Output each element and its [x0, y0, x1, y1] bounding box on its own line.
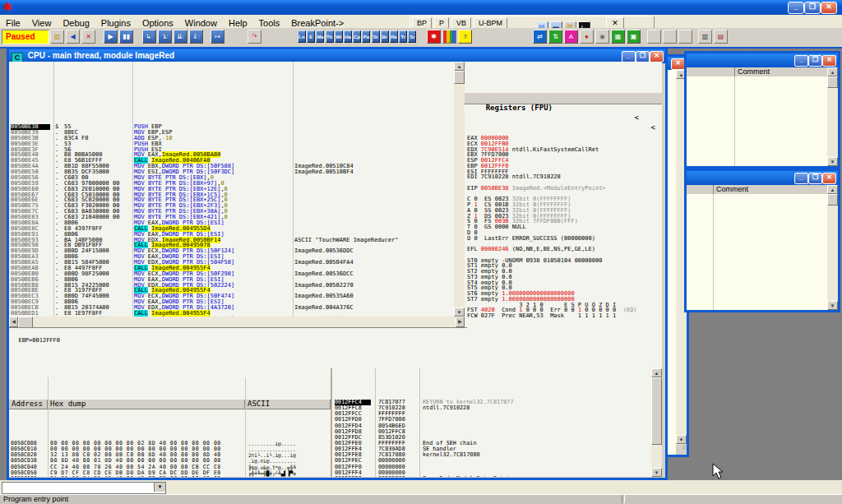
window-shortcut-wi[interactable]: Wi [335, 30, 343, 43]
trace-into-icon[interactable]: ⇊: [173, 30, 187, 44]
tile-view-icon[interactable]: ▤ [714, 30, 728, 44]
menu-item-debug[interactable]: Debug [57, 17, 95, 29]
register-line[interactable]: EFL 00000246 (NO,NB,E,BE,NS,PE,GE,LE) [465, 247, 662, 252]
comment-window-top[interactable]: _ ❐ ✕ Comment ▲ ▼ [684, 51, 840, 169]
window-shortcut-tr[interactable]: Tr [399, 30, 407, 43]
disasm-row[interactable]: 0050BE3E.53PUSH EBX [9, 141, 454, 147]
step-over-icon[interactable]: ↴: [158, 30, 172, 44]
column-header[interactable] [687, 67, 735, 76]
go-to-icon[interactable]: ↷ [248, 30, 261, 44]
execute-till-return-icon[interactable]: ↦ [210, 30, 224, 44]
disassembly-pane[interactable]: 0050BE38$55PUSH EBP0050BE39.8BECMOV EBP,… [9, 62, 454, 317]
menu-item-plugins[interactable]: Plugins [95, 17, 136, 29]
window-shortcut-me[interactable]: Me [316, 30, 324, 43]
scroll-down-icon[interactable]: ▼ [827, 301, 838, 310]
stack-pane[interactable]: 0012FFC47C817077RETURN to kernel32.7C817… [331, 368, 653, 477]
register-line[interactable]: EIP 0050BE38 ImageRed.<ModuleEntryPoint> [465, 186, 662, 192]
dump-header-ascii[interactable]: ASCII [245, 400, 331, 409]
hex-dump-pane[interactable]: Address Hex dump ASCII 0050C00000 00 00 … [9, 368, 331, 477]
pause-icon[interactable]: ▮▮ [119, 30, 133, 44]
list-area[interactable] [687, 194, 827, 310]
register-line[interactable]: T 0 GS 0000 NULL [465, 224, 662, 230]
close-program-icon[interactable]: ✕ [81, 30, 95, 44]
maximize-button[interactable]: ❐ [808, 55, 822, 67]
comment-window-bottom[interactable]: _ ❐ ✕ Comment ▲ ▼ [684, 169, 840, 312]
close-button[interactable]: ✕ [821, 2, 837, 14]
toolbar-close-icon[interactable]: ✕ [606, 17, 624, 29]
window-shortcut-e[interactable]: E [307, 30, 315, 43]
updown-icon[interactable]: ⇅ [548, 30, 562, 44]
close-button[interactable]: ✕ [822, 55, 836, 67]
scroll-left-icon[interactable]: ◀ [9, 317, 18, 327]
swap-icon[interactable]: ⇄ [533, 30, 547, 44]
disasm-row[interactable]: 0050BE3B.83C4 F0ADD ESP,-10 [9, 136, 454, 141]
minimize-button[interactable]: _ [794, 55, 808, 67]
menu-item-file[interactable]: File [0, 17, 26, 29]
window-titlebar[interactable]: _ ❐ ✕ [687, 171, 838, 185]
help-icon[interactable]: ? [458, 30, 472, 44]
disabled-icon[interactable] [678, 30, 692, 44]
main-titlebar[interactable]: ✱ _ ❐ ✕ [0, 0, 842, 15]
close-button[interactable]: ✕ [671, 58, 685, 70]
open-file-icon[interactable]: ▥ [50, 30, 64, 44]
register-line[interactable]: EDI 7C910228 ntdll.7C910228 [465, 174, 662, 180]
menu-item-help[interactable]: Help [223, 17, 253, 29]
scroll-down-icon[interactable]: ▼ [454, 307, 465, 317]
scroll-up-icon[interactable]: ▲ [454, 62, 465, 71]
menu-item-breakpoint[interactable]: BreakPoint-> [285, 17, 349, 29]
go-back-icon[interactable]: ◀ [66, 30, 80, 44]
menu-item-tools[interactable]: Tools [253, 17, 286, 29]
register-line[interactable]: O 0 LastErr ERROR_SUCCESS (00000000) [465, 236, 662, 242]
minimize-button[interactable]: _ [622, 51, 636, 62]
step-into-icon[interactable]: ↳: [142, 30, 156, 44]
breakpoint-dot-icon[interactable]: ● [580, 30, 594, 44]
keyboard-icon[interactable]: ▦ [611, 30, 625, 44]
window-shortcut-sr[interactable]: Sr [408, 30, 416, 43]
minimize-button[interactable]: _ [788, 2, 804, 14]
window-shortcut-st[interactable]: St [372, 30, 380, 43]
chevron-down-icon[interactable]: ▼ [154, 483, 165, 492]
window-shortcut-br[interactable]: Br [381, 30, 389, 43]
breakpoint-button-vb[interactable]: VB [451, 17, 471, 29]
stack-row[interactable]: 0012FFF80050BE38ImageRed.<ModuleEntryPoi… [332, 476, 653, 477]
close-button[interactable]: ✕ [650, 51, 664, 62]
register-line[interactable]: FCW 027F Prec NEAR,53 Mask 1 1 1 1 1 1 [465, 313, 662, 319]
window-shortcut-re[interactable]: Re [390, 30, 398, 43]
maximize-button[interactable]: ❐ [808, 173, 822, 184]
registers-prev2-icon[interactable]: < [651, 123, 655, 132]
dump-row[interactable]: 0050C060E1 E3 00 E4 E5 8D 40 00 45 72 72… [9, 476, 331, 477]
scroll-down-icon[interactable]: ▼ [676, 435, 687, 444]
disabled-icon[interactable] [647, 30, 661, 44]
command-input[interactable]: ▼ [2, 482, 166, 494]
column-header[interactable] [687, 185, 714, 194]
scroll-down-icon[interactable]: ▼ [827, 157, 838, 166]
window-titlebar[interactable]: _ ❐ ✕ [687, 53, 838, 67]
breakpoint-button-bp[interactable]: BP [412, 17, 432, 29]
scroll-down-icon[interactable]: ▼ [651, 468, 662, 477]
appearance-icon[interactable] [442, 30, 456, 44]
registers-prev-icon[interactable]: < [635, 113, 639, 123]
column-header-comment[interactable]: Comment [735, 67, 827, 76]
trace-spiral-icon[interactable]: ◉ [595, 30, 609, 44]
menu-item-view[interactable]: View [26, 17, 58, 29]
column-header-comment[interactable]: Comment [714, 185, 827, 194]
resize-grip[interactable]: ⠿ [676, 445, 687, 455]
breakpoint-button-p[interactable]: P [434, 17, 449, 29]
breakpoint-button-u-bpm[interactable]: U-BPM [474, 17, 507, 29]
close-button[interactable]: ✕ [822, 173, 836, 184]
disasm-hscrollbar[interactable]: ◀ ▶ [9, 317, 465, 327]
disabled-icon[interactable] [663, 30, 677, 44]
restore-button[interactable]: ❐ [804, 2, 821, 14]
dump-header-address[interactable]: Address [9, 400, 48, 409]
menu-item-window[interactable]: Window [179, 17, 223, 29]
maximize-button[interactable]: ❐ [636, 51, 650, 62]
options-gear-icon[interactable]: ✱ [427, 30, 441, 44]
dump-header-hex[interactable]: Hex dump [48, 400, 245, 409]
window-shortcut-cp[interactable]: Cp [353, 30, 361, 43]
scroll-right-icon[interactable]: ▶ [456, 317, 465, 327]
scroll-up-icon[interactable]: ▲ [827, 67, 838, 76]
window-shortcut-th[interactable]: Th [326, 30, 334, 43]
registers-pane[interactable]: Registers (FPU) < < EAX 00000000ECX 0012… [465, 62, 662, 368]
list-area[interactable] [687, 76, 827, 166]
minimize-button[interactable]: _ [794, 173, 808, 184]
